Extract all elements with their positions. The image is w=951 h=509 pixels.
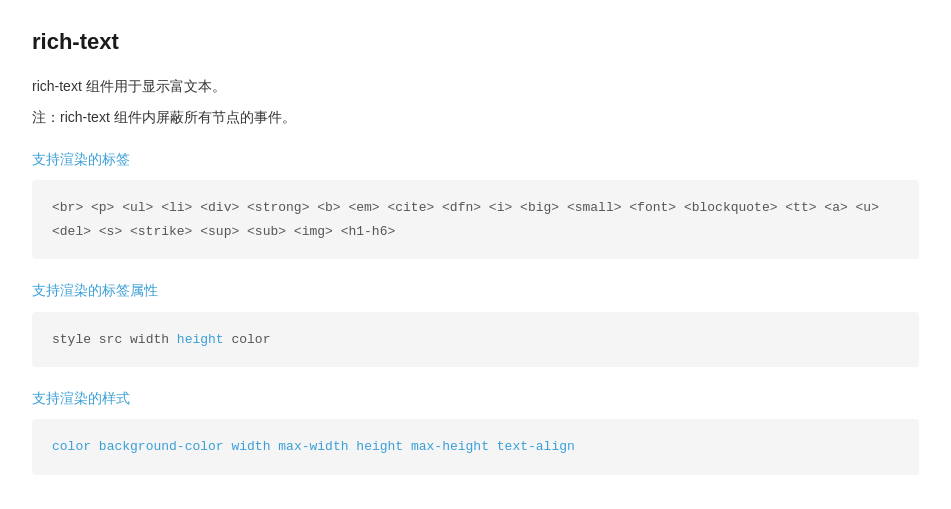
style-max-width-val: max-width xyxy=(278,439,348,454)
attr-height: height xyxy=(177,332,224,347)
style-width-val: width xyxy=(231,439,270,454)
style-background-color: background-color xyxy=(99,439,224,454)
style-text-align xyxy=(489,439,497,454)
style-max-height-val xyxy=(403,439,411,454)
code-line-2: <del> <s> <strike> <sup> <sub> <img> <h1… xyxy=(52,220,899,243)
page-title: rich-text xyxy=(32,24,919,59)
note-text: 注：rich-text 组件内屏蔽所有节点的事件。 xyxy=(32,106,919,128)
code-block-attrs: style src width height color xyxy=(32,312,919,367)
style-max-height: max-height xyxy=(411,439,489,454)
section-title-attrs: 支持渲染的标签属性 xyxy=(32,279,919,301)
section-supported-styles: 支持渲染的样式 color background-color width max… xyxy=(32,387,919,475)
section-supported-tags: 支持渲染的标签 <br> <p> <ul> <li> <div> <strong… xyxy=(32,148,919,259)
code-block-styles: color background-color width max-width h… xyxy=(32,419,919,474)
style-color: color xyxy=(52,439,91,454)
description-text: rich-text 组件用于显示富文本。 xyxy=(32,75,919,97)
style-text-align-val: text-align xyxy=(497,439,575,454)
section-title-tags: 支持渲染的标签 xyxy=(32,148,919,170)
style-bg xyxy=(91,439,99,454)
code-block-tags: <br> <p> <ul> <li> <div> <strong> <b> <e… xyxy=(32,180,919,259)
attr-width: width xyxy=(130,332,177,347)
attr-src: src xyxy=(99,332,130,347)
style-height: height xyxy=(356,439,403,454)
attr-style: style xyxy=(52,332,99,347)
attr-color: color xyxy=(224,332,271,347)
section-title-styles: 支持渲染的样式 xyxy=(32,387,919,409)
section-supported-attrs: 支持渲染的标签属性 style src width height color xyxy=(32,279,919,367)
code-line-1: <br> <p> <ul> <li> <div> <strong> <b> <e… xyxy=(52,196,899,219)
